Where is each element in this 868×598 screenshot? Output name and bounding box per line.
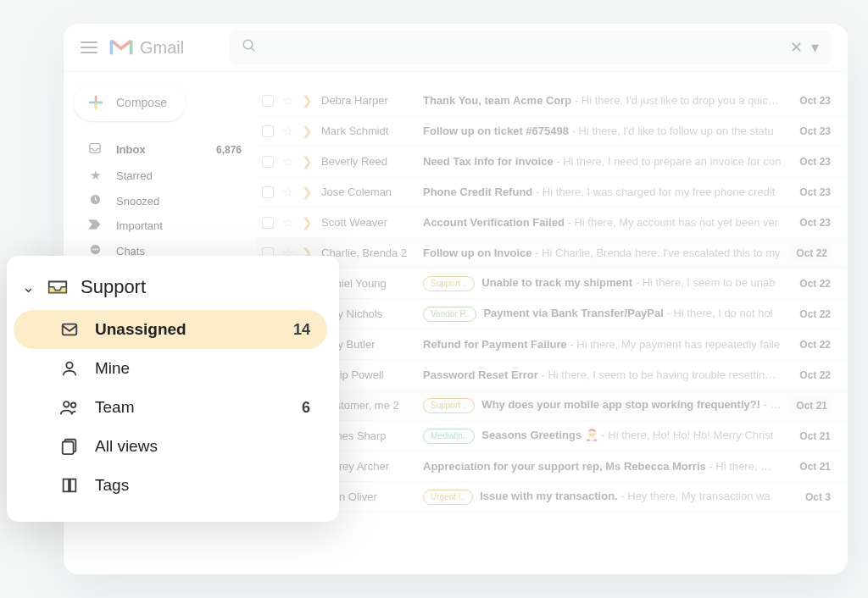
mail-subject: Payment via Bank Transfer/PayPal <box>483 307 663 319</box>
mail-row[interactable]: ☆ ❯ Philip Powell Password Reset Error -… <box>257 360 848 390</box>
gmail-m-icon <box>109 38 133 57</box>
mail-preview: - Hey there, My transaction wa <box>618 490 771 502</box>
mail-row[interactable]: ☆ ❯ Mark Schmidt Follow up on ticket #67… <box>257 116 848 147</box>
mail-subject: Unable to track my shipment <box>481 276 632 289</box>
mail-list: ☆ ❯ Debra Harper Thank You, team Acme Co… <box>257 72 848 574</box>
mail-row[interactable]: ☆ ❯ John Oliver Urgent I..Issue with my … <box>257 482 848 512</box>
app-name: Gmail <box>140 38 184 58</box>
search-options-icon[interactable]: ▾ <box>811 38 819 57</box>
svg-point-11 <box>97 249 98 251</box>
mail-row[interactable]: ☆ ❯ Daniel Young Support ..Unable to tra… <box>257 269 848 299</box>
checkbox[interactable] <box>262 156 274 168</box>
sidebar-item-snoozed[interactable]: Snoozed <box>72 188 257 213</box>
collapse-icon[interactable]: ⌄ <box>22 278 35 296</box>
mail-date: Oct 22 <box>790 246 831 261</box>
mail-sender: Mark Schmidt <box>321 125 415 137</box>
mail-preview: - Hi there, I seem to be having trouble … <box>538 368 782 381</box>
mail-preview: - Hi there, I seem to be unab <box>632 276 775 289</box>
mail-row[interactable]: ☆ ❯ Debra Harper Thank You, team Acme Co… <box>257 86 848 116</box>
mail-row[interactable]: ☆ ❯ James Sharp Mediatin..Seasons Greeti… <box>257 421 848 451</box>
important-marker-icon[interactable]: ❯ <box>302 215 313 230</box>
mail-preview: - Hi there, I do not hol <box>664 307 773 319</box>
svg-point-9 <box>92 249 94 251</box>
star-icon[interactable]: ☆ <box>282 93 293 108</box>
mail-body: Need Tax Info for invoice - Hi there, I … <box>423 155 782 168</box>
mail-row[interactable]: ☆ ❯ Jose Coleman Phone Credit Refund - H… <box>257 177 848 208</box>
mail-row[interactable]: ☆ ❯ Amy Butler Refund for Payment Failur… <box>257 329 848 360</box>
checkbox[interactable] <box>262 186 274 198</box>
mail-preview: - Hi there, I need to prepare an invoice… <box>554 155 782 168</box>
star-icon[interactable]: ☆ <box>282 215 293 230</box>
important-marker-icon[interactable]: ❯ <box>302 154 313 169</box>
mail-body: Account Verification Failed - Hi there, … <box>423 216 782 229</box>
mail-label: Vendor P.. <box>423 307 476 322</box>
mail-subject: Follow up on Invoice <box>423 246 532 259</box>
clear-search-icon[interactable]: ✕ <box>790 38 803 57</box>
inbox-icon <box>87 141 103 158</box>
mail-body: Thank You, team Acme Corp - Hi there, I'… <box>423 94 782 107</box>
checkbox[interactable] <box>262 125 274 137</box>
person-icon <box>59 359 80 378</box>
support-item-unassigned[interactable]: Unassigned 14 <box>14 310 327 349</box>
tags-icon <box>59 476 80 495</box>
checkbox[interactable] <box>262 95 274 107</box>
search-icon <box>242 38 257 57</box>
menu-icon[interactable] <box>81 42 97 53</box>
sidebar-item-important[interactable]: Important <box>72 213 257 238</box>
svg-point-10 <box>94 249 96 251</box>
star-icon[interactable]: ☆ <box>282 154 293 169</box>
important-icon <box>87 219 103 233</box>
support-item-count: 6 <box>302 399 310 417</box>
support-item-tags[interactable]: Tags <box>14 466 327 505</box>
mail-row[interactable]: ☆ ❯ Scott Weaver Account Verification Fa… <box>257 208 848 238</box>
mail-sender: Beverly Reed <box>321 155 415 168</box>
svg-point-16 <box>71 402 76 407</box>
important-marker-icon[interactable]: ❯ <box>302 93 313 108</box>
mail-sender: Debra Harper <box>321 94 415 107</box>
support-header[interactable]: ⌄ Support <box>14 273 327 310</box>
mail-subject: Need Tax Info for invoice <box>423 155 554 168</box>
mail-subject: Why does your mobile app stop working fr… <box>481 398 760 411</box>
support-item-label: All views <box>95 437 295 456</box>
important-marker-icon[interactable]: ❯ <box>302 124 313 139</box>
support-item-label: Mine <box>95 359 295 378</box>
mail-row[interactable]: ☆ ❯ Customer, me 2 Support ..Why does yo… <box>257 390 848 421</box>
mail-date: Oct 23 <box>790 125 831 137</box>
gmail-logo[interactable]: Gmail <box>109 38 184 58</box>
svg-point-14 <box>66 363 72 368</box>
sidebar-item-starred[interactable]: ★ Starred <box>72 163 257 188</box>
mail-date: Oct 22 <box>790 308 831 320</box>
support-item-team[interactable]: Team 6 <box>14 388 327 427</box>
important-marker-icon[interactable]: ❯ <box>302 185 313 200</box>
views-icon <box>59 437 80 456</box>
mail-row[interactable]: ☆ ❯ Jeffrey Archer Appreciation for your… <box>257 451 848 482</box>
sidebar-item-inbox[interactable]: Inbox 6,876 <box>72 136 257 163</box>
search-input[interactable]: ✕ ▾ <box>230 30 831 64</box>
mail-body: Mediatin..Seasons Greetings 🎅 - Hi there… <box>423 429 782 444</box>
mail-row[interactable]: ☆ ❯ Beverly Reed Need Tax Info for invoi… <box>257 147 848 177</box>
support-item-count: 14 <box>293 321 310 339</box>
mail-row[interactable]: ☆ ❯ Amy Nichols Vendor P..Payment via Ba… <box>257 299 848 329</box>
svg-point-15 <box>64 401 69 407</box>
mail-date: Oct 23 <box>790 156 831 168</box>
star-icon[interactable]: ☆ <box>282 124 293 139</box>
compose-button[interactable]: Compose <box>74 84 186 121</box>
mail-preview: - We <box>760 398 782 411</box>
nav-label: Inbox <box>116 143 203 156</box>
support-item-mine[interactable]: Mine <box>14 349 327 388</box>
compose-plus-icon <box>86 92 106 113</box>
mail-body: Refund for Payment Failure - Hi there, M… <box>423 338 782 351</box>
svg-rect-19 <box>64 479 69 492</box>
support-title: Support <box>81 276 146 298</box>
mail-subject: Password Reset Error <box>423 368 538 381</box>
mail-preview: - Hi there, I'd just like to drop you a … <box>571 94 782 107</box>
star-icon[interactable]: ☆ <box>282 185 293 200</box>
support-item-all-views[interactable]: All views <box>14 427 327 466</box>
mail-sender: Scott Weaver <box>321 216 415 229</box>
mail-subject: Seasons Greetings 🎅 <box>481 429 598 441</box>
checkbox[interactable] <box>262 217 274 229</box>
mail-date: Oct 21 <box>790 430 831 442</box>
mail-date: Oct 23 <box>790 186 831 198</box>
mail-row[interactable]: ☆ ❯ Charlie, Brenda 2 Follow up on Invoi… <box>257 238 848 269</box>
mail-body: Support ..Unable to track my shipment - … <box>423 276 782 291</box>
